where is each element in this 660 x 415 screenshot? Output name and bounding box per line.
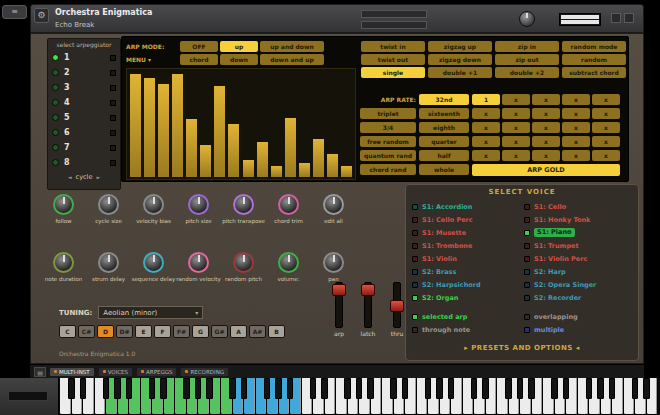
arp-slot[interactable]: 3 <box>52 80 116 95</box>
voice-item[interactable]: S1: Honky Tonk <box>524 213 632 226</box>
black-key[interactable] <box>436 378 443 399</box>
black-key[interactable] <box>528 378 535 399</box>
cycle-right-arrow-icon[interactable]: ► <box>96 174 100 180</box>
step-display[interactable] <box>126 68 356 180</box>
arp-gold-button[interactable]: ARP GOLD <box>472 164 620 176</box>
arp-slot[interactable]: 6 <box>52 125 116 140</box>
note-key-button[interactable]: A <box>230 325 247 338</box>
variation-cell-button[interactable]: x <box>472 108 500 119</box>
panel-toggle-button[interactable]: ≡ <box>2 5 27 19</box>
variation-cell-button[interactable]: x <box>502 150 530 161</box>
black-key[interactable] <box>425 378 432 399</box>
variation-cell-button[interactable]: 1 <box>472 94 500 105</box>
arp-chord-button[interactable]: subtract chord <box>562 67 626 78</box>
voice-item[interactable]: S1: Musette <box>412 226 520 239</box>
mute-button[interactable] <box>624 13 634 23</box>
tune-knob[interactable] <box>519 11 535 27</box>
note-key-button[interactable]: B <box>268 325 285 338</box>
arp-mode-button[interactable]: twist in <box>361 41 425 52</box>
black-key[interactable] <box>206 378 213 399</box>
bottom-tab[interactable]: ARPEGGS <box>136 367 177 377</box>
knob[interactable] <box>98 194 119 215</box>
knob[interactable] <box>233 252 254 273</box>
step-bar[interactable] <box>214 86 225 177</box>
black-key[interactable] <box>241 378 248 399</box>
solo-button[interactable] <box>611 13 621 23</box>
arp-mode-button[interactable]: zigzag down <box>428 54 492 65</box>
black-key[interactable] <box>310 378 317 399</box>
variation-cell-button[interactable]: x <box>502 136 530 147</box>
voice-item[interactable]: S2: Recorder <box>524 291 632 304</box>
variation-cell-button[interactable]: x <box>592 108 620 119</box>
voice-item[interactable]: S1: Cello <box>524 200 632 213</box>
knob[interactable] <box>188 194 209 215</box>
knob[interactable] <box>143 252 164 273</box>
arp-mode-button[interactable]: zip in <box>495 41 559 52</box>
wrench-icon[interactable]: ⚙ <box>34 8 49 23</box>
arp-chord-button[interactable]: double +1 <box>428 67 492 78</box>
black-key[interactable] <box>632 378 639 399</box>
variation-cell-button[interactable]: x <box>562 108 590 119</box>
variation-cell-button[interactable]: x <box>532 122 560 133</box>
arp-mode-button[interactable]: OFF <box>180 41 218 52</box>
note-key-button[interactable]: D <box>97 325 114 338</box>
variation-cell-button[interactable]: x <box>592 136 620 147</box>
arp-rate-button[interactable]: 32nd <box>419 94 469 105</box>
black-key[interactable] <box>275 378 282 399</box>
arp-rate-button[interactable]: quarter <box>419 136 469 147</box>
step-bar[interactable] <box>228 124 239 177</box>
arp-rate-option-button[interactable]: triplet <box>360 108 416 119</box>
step-bar[interactable] <box>172 74 183 177</box>
step-bar[interactable] <box>158 84 169 177</box>
note-key-button[interactable]: C# <box>78 325 95 338</box>
arp-mode-button[interactable]: random mode <box>562 41 626 52</box>
black-key[interactable] <box>264 378 271 399</box>
black-key[interactable] <box>68 378 75 399</box>
note-key-button[interactable]: E <box>135 325 152 338</box>
arp-slot[interactable]: 8 <box>52 155 116 170</box>
arp-rate-button[interactable]: eighth <box>419 122 469 133</box>
variation-cell-button[interactable]: x <box>532 136 560 147</box>
arp-mode-button[interactable]: down <box>220 54 258 65</box>
black-key[interactable] <box>586 378 593 399</box>
knob[interactable] <box>233 194 254 215</box>
cycle-control[interactable]: ◄ cycle ► <box>52 173 116 181</box>
voice-status-item[interactable]: selected arp <box>412 310 520 323</box>
step-bar[interactable] <box>327 154 338 177</box>
variation-cell-button[interactable]: x <box>502 108 530 119</box>
black-key[interactable] <box>402 378 409 399</box>
voice-item[interactable]: S1: Cello Perc <box>412 213 520 226</box>
black-key[interactable] <box>505 378 512 399</box>
black-key[interactable] <box>229 378 236 399</box>
note-key-button[interactable]: D# <box>116 325 133 338</box>
voice-status-item[interactable]: overlapping <box>524 310 632 323</box>
variation-cell-button[interactable]: x <box>562 150 590 161</box>
switch-handle[interactable] <box>332 284 346 296</box>
arp-rate-option-button[interactable]: ARP RATE: <box>360 94 416 105</box>
black-key[interactable] <box>183 378 190 399</box>
switch-track[interactable] <box>393 282 401 328</box>
bottom-tab[interactable]: VOICES <box>98 367 133 377</box>
voice-item[interactable]: S2: Harpsichord <box>412 278 520 291</box>
black-key[interactable] <box>344 378 351 399</box>
black-key[interactable] <box>367 378 374 399</box>
arp-slot[interactable]: 4 <box>52 95 116 110</box>
knob[interactable] <box>278 194 299 215</box>
cycle-left-arrow-icon[interactable]: ◄ <box>68 174 72 180</box>
arp-rate-option-button[interactable]: quantum rand <box>360 150 416 161</box>
arp-slot[interactable]: 1 <box>52 50 116 65</box>
black-key[interactable] <box>103 378 110 399</box>
voice-item[interactable]: S2: Organ <box>412 291 520 304</box>
black-key[interactable] <box>126 378 133 399</box>
step-bar[interactable] <box>299 163 310 177</box>
arp-mode-button[interactable]: zip out <box>495 54 559 65</box>
variation-cell-button[interactable]: x <box>562 94 590 105</box>
knob[interactable] <box>323 252 344 273</box>
variation-cell-button[interactable]: x <box>472 122 500 133</box>
note-key-button[interactable]: G# <box>211 325 228 338</box>
step-bar[interactable] <box>130 74 141 177</box>
variation-cell-button[interactable]: x <box>502 122 530 133</box>
black-key[interactable] <box>517 378 524 399</box>
variation-cell-button[interactable]: x <box>562 122 590 133</box>
switch-handle[interactable] <box>390 300 404 312</box>
